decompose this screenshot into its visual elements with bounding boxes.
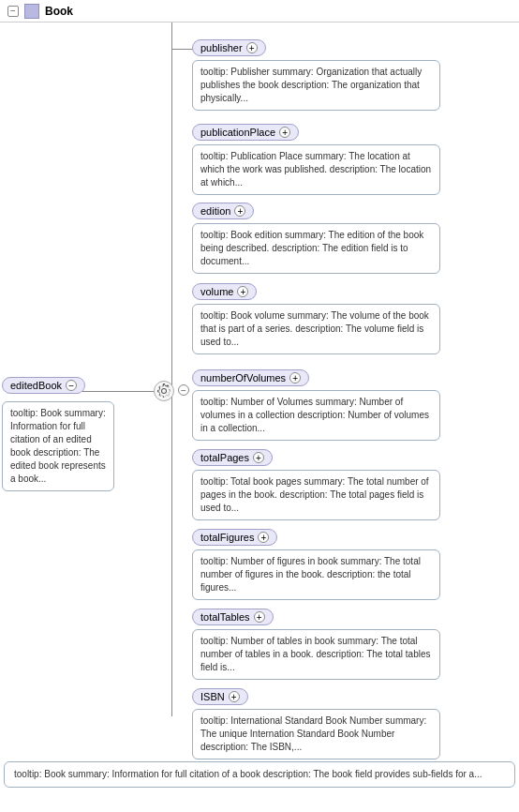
publicationplace-pill[interactable]: publicationPlace + [192, 124, 299, 141]
isbn-label: ISBN [200, 691, 225, 702]
totaltables-pill[interactable]: totalTables + [192, 609, 274, 625]
top-bar: − Book [0, 0, 519, 23]
isbn-tooltip: tooltip: International Standard Book Num… [192, 709, 440, 759]
edited-book-pill[interactable]: editedBook − [2, 377, 85, 394]
tree-area: editedBook − tooltip: Book summary: Info… [0, 23, 519, 791]
totalfigures-pill[interactable]: totalFigures + [192, 529, 277, 546]
numberofvolumes-block: numberOfVolumes + tooltip: Number of Vol… [192, 369, 440, 441]
totaltables-plus-btn[interactable]: + [254, 611, 265, 623]
publisher-pill[interactable]: publisher + [192, 39, 266, 56]
main-vertical-line [171, 23, 172, 716]
volume-label: volume [200, 286, 233, 297]
numberofvolumes-tooltip: tooltip: Number of Volumes summary: Numb… [192, 390, 440, 441]
publisher-label: publisher [200, 42, 243, 53]
totalfigures-block: totalFigures + tooltip: Number of figure… [192, 529, 440, 600]
book-title: Book [45, 5, 73, 18]
publicationplace-label: publicationPlace [200, 127, 275, 138]
totaltables-tooltip: tooltip: Number of tables in book summar… [192, 629, 440, 680]
totalpages-plus-btn[interactable]: + [253, 452, 264, 463]
edition-block: edition + tooltip: Book edition summary:… [192, 203, 440, 274]
edition-label: edition [200, 205, 230, 217]
numberofvolumes-label: numberOfVolumes [200, 372, 286, 383]
gear-minus-btn[interactable]: − [178, 384, 189, 396]
isbn-block: ISBN + tooltip: International Standard B… [192, 688, 440, 759]
publicationplace-block: publicationPlace + tooltip: Publication … [192, 124, 440, 195]
book-icon [24, 4, 39, 19]
totalfigures-plus-btn[interactable]: + [258, 532, 269, 543]
gear-icon [156, 383, 171, 398]
bottom-tooltip: tooltip: Book summary: Information for f… [4, 761, 515, 788]
totalfigures-label: totalFigures [200, 532, 254, 543]
volume-block: volume + tooltip: Book volume summary: T… [192, 283, 440, 354]
numberofvolumes-plus-btn[interactable]: + [289, 372, 301, 383]
volume-plus-btn[interactable]: + [237, 286, 248, 297]
edited-book-tooltip: tooltip: Book summary: Information for f… [2, 401, 114, 491]
publisher-tooltip: tooltip: Publisher summary: Organization… [192, 60, 440, 111]
gear-button[interactable] [154, 381, 174, 401]
totalpages-pill[interactable]: totalPages + [192, 449, 273, 466]
volume-pill[interactable]: volume + [192, 283, 257, 300]
totalpages-tooltip: tooltip: Total book pages summary: The t… [192, 470, 440, 520]
volume-tooltip: tooltip: Book volume summary: The volume… [192, 304, 440, 354]
edition-plus-btn[interactable]: + [234, 205, 245, 217]
totaltables-label: totalTables [200, 611, 250, 623]
publicationplace-tooltip: tooltip: Publication Place summary: The … [192, 144, 440, 195]
edition-tooltip: tooltip: Book edition summary: The editi… [192, 223, 440, 274]
edited-book-label: editedBook [10, 380, 62, 391]
main-container: − Book editedBook − tooltip: Book summar… [0, 0, 519, 812]
isbn-plus-btn[interactable]: + [229, 691, 240, 702]
numberofvolumes-pill[interactable]: numberOfVolumes + [192, 369, 309, 386]
h-line-edited [82, 391, 159, 392]
edited-book-block: editedBook − tooltip: Book summary: Info… [2, 377, 85, 394]
totalpages-label: totalPages [200, 452, 249, 463]
totaltables-block: totalTables + tooltip: Number of tables … [192, 609, 440, 680]
publisher-plus-btn[interactable]: + [246, 42, 258, 53]
publicationplace-plus-btn[interactable]: + [279, 127, 290, 138]
v-line-publisher [171, 36, 172, 49]
edited-book-minus-btn[interactable]: − [66, 380, 77, 391]
book-minus-button[interactable]: − [7, 6, 19, 17]
totalfigures-tooltip: tooltip: Number of figures in book summa… [192, 549, 440, 600]
publisher-block: publisher + tooltip: Publisher summary: … [192, 39, 440, 111]
edition-pill[interactable]: edition + [192, 203, 254, 219]
totalpages-block: totalPages + tooltip: Total book pages s… [192, 449, 440, 520]
isbn-pill[interactable]: ISBN + [192, 688, 248, 705]
